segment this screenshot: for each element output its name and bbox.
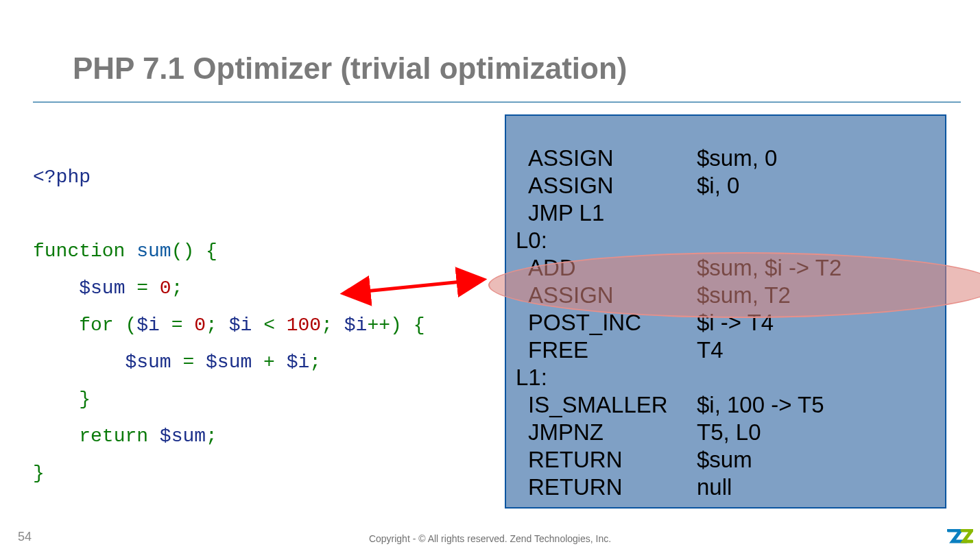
opcode-args: $i, 0	[697, 173, 739, 198]
opcode-line: L0:	[516, 227, 841, 254]
assign-op: =	[171, 352, 206, 373]
opcode-label: L0:	[516, 227, 547, 254]
opcode-line: ASSIGN$sum, 0	[516, 145, 841, 172]
for-keyword: for	[79, 315, 113, 336]
opcode-name: ASSIGN	[516, 145, 697, 172]
plus-op: +	[252, 352, 286, 373]
opcode-args: $sum, 0	[697, 145, 777, 171]
opcode-args: T5, L0	[697, 419, 761, 445]
double-arrow-icon	[338, 267, 489, 302]
opcode-args: $sum	[697, 447, 752, 472]
var-i: $i	[287, 352, 310, 373]
paren-close: )	[390, 315, 402, 336]
var-sum: $sum	[160, 426, 206, 447]
function-keyword: function	[33, 241, 125, 262]
semicolon: ;	[171, 278, 183, 299]
function-name: sum	[136, 241, 171, 262]
slide: PHP 7.1 Optimizer (trivial optimization)…	[0, 0, 980, 551]
opcode-line: IS_SMALLER$i, 100 -> T5	[516, 391, 841, 419]
opcode-name: JMP L1	[516, 199, 697, 227]
opcode-name: RETURN	[516, 474, 697, 501]
return-keyword: return	[79, 426, 148, 447]
paren-open: (	[125, 315, 136, 336]
php-open-tag: <?php	[33, 167, 91, 188]
highlight-ellipse	[488, 252, 980, 318]
opcode-args: $i, 100 -> T5	[697, 392, 824, 417]
var-sum: $sum	[79, 278, 125, 299]
opcode-line: ASSIGN$i, 0	[516, 172, 841, 199]
lt-op: <	[252, 315, 286, 336]
semicolon: ;	[309, 352, 321, 373]
slide-title: PHP 7.1 Optimizer (trivial optimization)	[73, 51, 627, 86]
svg-line-0	[345, 280, 482, 293]
php-source-code: <?php function sum() { $sum = 0; for ($i…	[33, 122, 425, 529]
opcode-listing: ASSIGN$sum, 0ASSIGN$i, 0JMP L1L0:ADD$sum…	[516, 145, 841, 501]
semicolon: ;	[206, 315, 217, 336]
assign-op: =	[125, 278, 159, 299]
opcode-name: FREE	[516, 336, 697, 364]
opcode-line: RETURNnull	[516, 474, 841, 501]
opcode-line: L1:	[516, 364, 841, 391]
num-zero: 0	[160, 278, 171, 299]
brace-open: {	[414, 315, 425, 336]
semicolon: ;	[321, 315, 333, 336]
var-i: $i	[136, 315, 160, 336]
num-zero: 0	[194, 315, 206, 336]
paren-open: (	[171, 241, 183, 262]
var-sum: $sum	[125, 352, 171, 373]
brace-close: }	[33, 463, 45, 484]
num-hundred: 100	[287, 315, 321, 336]
opcode-line: JMP L1	[516, 199, 841, 227]
assign-op: =	[160, 315, 194, 336]
brace-open: {	[206, 241, 217, 262]
inc-op: ++	[367, 315, 390, 336]
opcode-label: L1:	[516, 364, 547, 391]
var-i: $i	[344, 315, 368, 336]
opcode-name: IS_SMALLER	[516, 391, 697, 419]
opcode-line: RETURN$sum	[516, 446, 841, 474]
zend-logo-icon	[947, 529, 973, 546]
semicolon: ;	[206, 426, 217, 447]
paren-close: )	[182, 241, 194, 262]
title-underline	[33, 101, 961, 103]
opcode-name: RETURN	[516, 446, 697, 474]
var-i: $i	[229, 315, 252, 336]
footer-copyright: Copyright - © All rights reserved. Zend …	[0, 533, 980, 544]
opcode-line: JMPNZT5, L0	[516, 419, 841, 446]
var-sum: $sum	[206, 352, 252, 373]
opcode-args: null	[697, 474, 732, 500]
opcode-line: FREET4	[516, 336, 841, 364]
opcode-name: ASSIGN	[516, 172, 697, 199]
opcode-name: JMPNZ	[516, 419, 697, 446]
opcode-args: T4	[697, 337, 724, 363]
brace-close: }	[79, 389, 91, 410]
